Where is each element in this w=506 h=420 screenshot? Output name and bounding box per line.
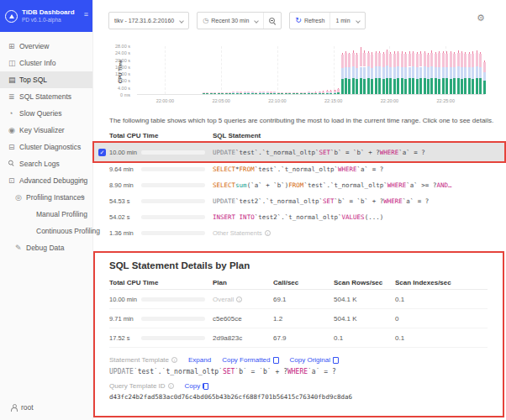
y-tick-label: 12.00 s [115,71,130,76]
zoom-out-button[interactable] [263,13,281,29]
chart-bar-cap [398,51,398,53]
plan-row[interactable]: 10.00 minOveralli69.1504.1 K0.1 [109,290,488,309]
instance-selector[interactable]: tikv - 172.31.6.2:20160 [108,12,189,29]
cpu-time-cell: 10.00 min [109,296,213,303]
chart-bar [435,54,437,67]
chart-bar [319,93,321,94]
sql-token: UPDATE [213,197,235,205]
chart-bar-cap [342,53,343,55]
sidebar-item-profiling-instances[interactable]: ◎Profiling Instances [0,189,92,206]
chart-bar [270,93,272,94]
chart-gridline [277,46,278,94]
cpu-time-value: 17.52 s [109,334,141,342]
copy-formatted-button[interactable]: Copy Formatted [222,356,278,364]
sidebar-item-label: Cluster Diagnostics [19,143,81,151]
sql-token: `a` = ? [403,197,430,205]
sidebar-item-top-sql[interactable]: ▤Top SQL [0,71,92,88]
cpu-bar [141,231,205,235]
chart-bar [363,67,366,79]
top-sql-row[interactable]: 54.02 sINSERT INTO `test2`.`t_normal_olt… [94,209,504,225]
top-sql-table-body: ✓10.00 minUPDATE `test`.`t_normal_oltp` … [94,143,504,241]
sql-statement-cell: SELECT sum (`a` + `b`) FROM `test`.`t_no… [213,181,504,189]
chart-bar [468,54,471,67]
auto-refresh-selector[interactable]: 1 min [329,13,364,29]
chart-bar [483,81,486,94]
user-menu[interactable]: root [10,403,34,412]
chart-bar [352,53,355,67]
sidebar-item-overview[interactable]: ⊞Overview [0,38,92,55]
sidebar-item-cluster-info[interactable]: ◫Cluster Info [0,55,92,71]
cpu-time-value: 1.36 min [109,229,141,237]
chart-bar [213,92,216,94]
auto-refresh-value: 1 min [335,18,350,24]
top-sql-row[interactable]: 9.64 minSELECT * FROM `test`.`t_normal_o… [94,161,504,177]
chart-bar [389,78,392,94]
sidebar-menu: ⊞Overview◫Cluster Info▤Top SQL≣SQL State… [0,32,92,256]
sidebar-item-sql-statements[interactable]: ≣SQL Statements [0,88,92,105]
chart-bar [345,67,347,79]
chart-bar [360,78,362,94]
logo-triangle [9,14,14,18]
sidebar-item-label: Top SQL [19,76,47,84]
copy-id-button[interactable]: Copy [185,382,209,390]
sidebar-item-cluster-diagnostics[interactable]: ⊟Cluster Diagnostics [0,139,92,155]
chart-bar [221,92,224,93]
copy-original-button[interactable]: Copy Original [290,356,339,364]
chart-bar [270,92,272,92]
chart-bar-cap [376,51,377,53]
sidebar-item-debug-data[interactable]: ✎Debug Data [0,239,92,256]
cpu-time-cell: 9.71 min [109,315,213,323]
chart-bar [382,54,385,67]
settings-gear-icon[interactable]: ⚙ [477,13,485,23]
chart-bar [341,79,344,94]
chart-bar-cap [319,92,320,92]
sidebar-collapse-icon[interactable]: ≡ [84,10,88,18]
sidebar-item-label: Cluster Info [19,59,55,67]
chart-bar [408,78,411,94]
chart-bar [314,93,317,94]
chart-bar [232,92,235,92]
chart-bar [453,67,456,78]
sidebar-item-manual-profiling[interactable]: Manual Profiling [0,206,92,223]
sidebar-item-advanced-debugging[interactable]: ⊡Advanced Debugging [0,172,92,189]
chart-bar [319,92,321,92]
chart-bar [213,92,216,93]
top-sql-row[interactable]: 54.53 sUPDATE `test2`.`t_normal_oltp` SE… [94,193,504,209]
chart-bar [360,53,362,66]
sidebar-item-search-logs[interactable]: Search Logs [0,155,92,172]
top-sql-row[interactable]: ✓10.00 minUPDATE `test`.`t_normal_oltp` … [94,143,504,161]
y-tick-label: 24.00 s [115,50,130,55]
chart-bar [262,93,265,94]
sidebar-item-continuous-profiling[interactable]: Continuous Profiling [0,223,92,239]
cpu-time-chart: CPU Time 28.00 s24.00 s20.00 s16.00 s12.… [108,42,497,109]
chart-bar [438,79,440,94]
top-sql-row[interactable]: 1.36 minOther Statementsi [94,225,504,241]
chart-bar-cap [461,51,462,53]
row-checkbox[interactable]: ✓ [98,149,106,156]
chart-bar-cap [335,90,335,91]
sidebar-item-key-visualizer[interactable]: ◉Key Visualizer [0,122,92,139]
sidebar-item-slow-queries[interactable]: ◔Slow Queries [0,105,92,122]
chart-bar [232,92,235,94]
chart-bar [303,93,306,94]
time-range-selector[interactable]: ◷ Recent 30 min [198,13,263,29]
refresh-button[interactable]: ↻ Refresh [290,13,329,29]
plan-row[interactable]: 9.71 minc5e605ce1.2504.1 K0 [109,309,488,328]
plan-cell: Overalli [213,296,273,303]
expand-button[interactable]: Expand [188,356,211,364]
chart-bar [300,93,303,94]
chart-bar [386,51,388,66]
chart-bar-cap [353,50,354,52]
chart-bar [479,78,482,94]
top-sql-row[interactable]: 8.90 minSELECT sum (`a` + `b`) FROM `tes… [94,177,504,193]
chart-bar [308,92,310,92]
chart-plot-area[interactable] [137,46,485,95]
chart-bar [393,67,396,79]
sidebar-item-label: Profiling Instances [26,193,84,202]
chart-bar-cap [338,88,339,89]
chart-bar [424,66,426,78]
plan-row[interactable]: 17.52 s2d9a823c67.90.10.1 [109,328,488,348]
chart-bar [225,92,228,93]
y-tick-label: 28.00 s [115,44,130,49]
chart-bar [314,92,317,93]
